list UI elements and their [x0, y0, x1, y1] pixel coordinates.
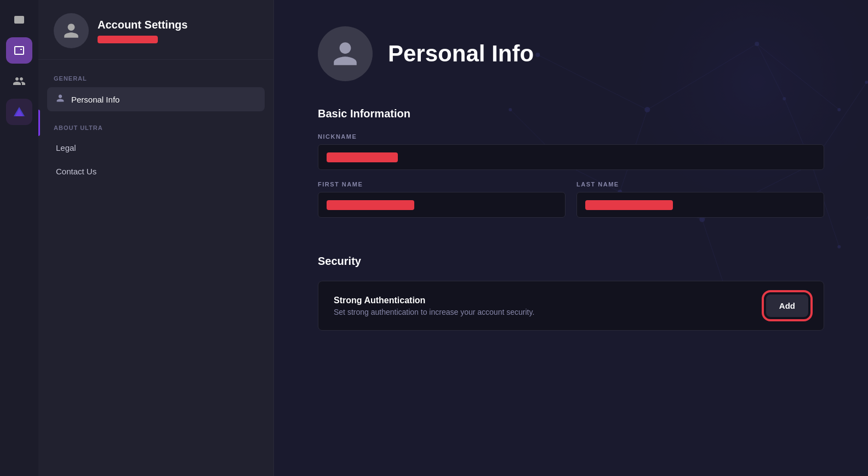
legal-label: Legal	[56, 143, 76, 152]
content-wrapper: Personal Info Basic Information NICKNAME…	[274, 0, 868, 383]
ultra-logo-icon[interactable]	[6, 99, 32, 125]
page-avatar	[318, 26, 373, 81]
strong-auth-info: Strong Authentication Set strong authent…	[334, 296, 534, 316]
nickname-field: NICKNAME	[318, 133, 824, 170]
name-row: FIRST NAME LAST NAME	[318, 181, 824, 229]
strong-auth-card: Strong Authentication Set strong authent…	[318, 281, 824, 331]
sidebar: Account Settings GENERAL Personal Info A…	[38, 0, 274, 476]
person-icon	[56, 94, 65, 105]
sidebar-item-legal[interactable]: Legal	[47, 137, 265, 159]
nickname-label: NICKNAME	[318, 133, 824, 140]
first-name-redacted	[327, 200, 414, 210]
add-button[interactable]: Add	[766, 294, 808, 317]
strong-auth-title: Strong Authentication	[334, 296, 534, 305]
strong-auth-desc: Set strong authentication to increase yo…	[334, 308, 534, 316]
contact-label: Contact Us	[56, 167, 96, 176]
sidebar-header-info: Account Settings	[98, 19, 187, 43]
personal-info-label: Personal Info	[71, 95, 119, 104]
last-name-redacted	[585, 200, 673, 210]
basic-info-title: Basic Information	[318, 107, 824, 120]
last-name-label: LAST NAME	[576, 181, 824, 188]
security-title: Security	[318, 255, 824, 268]
page-header: Personal Info	[318, 26, 824, 81]
about-ultra-section-label: ABOUT ULTRA	[47, 120, 265, 137]
nickname-redacted	[327, 152, 398, 162]
wallet-icon[interactable]	[6, 37, 32, 64]
main-content: Personal Info Basic Information NICKNAME…	[274, 0, 868, 476]
username-redacted	[98, 36, 158, 43]
sidebar-header: Account Settings	[38, 0, 273, 60]
security-section: Security Strong Authentication Set stron…	[318, 255, 824, 331]
gamepad-icon[interactable]	[6, 7, 32, 33]
active-indicator	[38, 110, 40, 136]
icon-rail	[0, 0, 38, 476]
last-name-field: LAST NAME	[576, 181, 824, 218]
social-icon[interactable]	[6, 68, 32, 94]
sidebar-nav: GENERAL Personal Info ABOUT ULTRA Legal …	[38, 60, 273, 476]
user-avatar	[54, 13, 89, 48]
basic-information-section: Basic Information NICKNAME FIRST NAME	[318, 107, 824, 229]
account-settings-title: Account Settings	[98, 19, 187, 31]
first-name-label: FIRST NAME	[318, 181, 566, 188]
sidebar-item-contact[interactable]: Contact Us	[47, 160, 265, 183]
sidebar-item-personal-info[interactable]: Personal Info	[47, 87, 265, 111]
page-title: Personal Info	[388, 41, 534, 67]
general-section-label: GENERAL	[47, 71, 265, 87]
first-name-field: FIRST NAME	[318, 181, 566, 218]
